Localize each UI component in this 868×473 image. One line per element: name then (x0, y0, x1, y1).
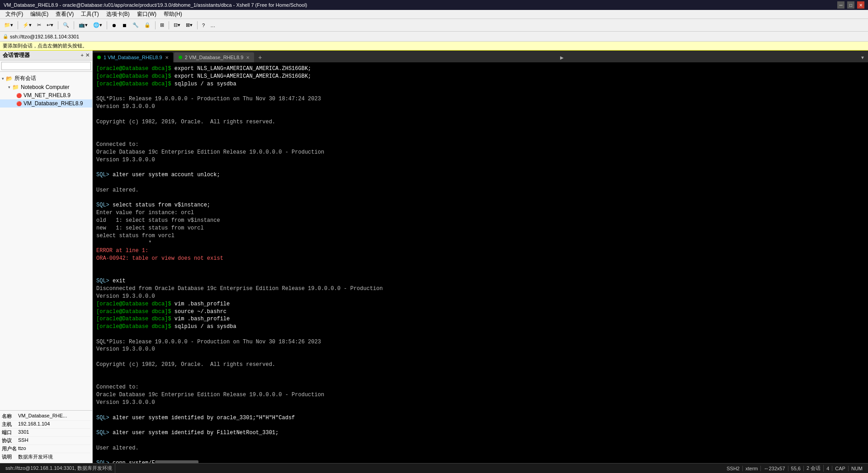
menu-file[interactable]: 文件(F) (2, 9, 27, 19)
close-button[interactable]: ✕ (857, 1, 864, 9)
info-row-name: 名称 VM_Database_RHE... (2, 412, 90, 421)
tab-close-1[interactable]: ✕ (165, 55, 169, 60)
status-term-text: xterm (745, 466, 758, 471)
toolbar-layout2-btn[interactable]: ⊠▾ (184, 21, 195, 29)
sidebar-header-controls: + ✕ (81, 52, 90, 58)
term-line-35: SQL> alter user system identified by Fil… (96, 429, 864, 437)
status-size-text: 232x57 (769, 466, 785, 471)
term-line-22: Disconnected from Oracle Database 19c En… (96, 285, 864, 293)
toolbar-extra-btn[interactable]: … (208, 21, 217, 29)
status-bar: ssh://ttzo@192.168.1.104:3301, 数据库开发环境 S… (0, 463, 868, 473)
term-line-25: [oracle@Database dbca]$ source ~/.bashrc (96, 308, 864, 316)
address-bar: 🔒 (0, 32, 868, 42)
toolbar-expand-btn[interactable]: ⊞ (158, 21, 166, 29)
toolbar-session-btn[interactable]: 📺▾ (76, 21, 90, 29)
tab-scroll-down[interactable]: ▼ (859, 52, 866, 62)
toolbar-help-btn[interactable]: ? (200, 21, 207, 29)
status-connection-text: ssh://ttzo@192.168.1.104:3301, 数据库开发环境 (5, 465, 112, 472)
term-line-21: SQL> exit (96, 277, 864, 285)
term-line-blank12 (96, 376, 864, 384)
term-line-blank2 (96, 126, 864, 133)
status-right-items: SSH2 xterm ↔ 232x57 55,6 2 会话 4 CAP NUM (724, 465, 865, 472)
tab-scroll-right[interactable]: ▶ (558, 52, 566, 62)
toolbar-connect-btn[interactable]: ⚡▾ (20, 21, 34, 29)
term-line-blank9 (96, 331, 864, 338)
term-line-10: Version 19.3.0.0.0 (96, 156, 864, 164)
toolbar-disconnect-btn[interactable]: ✂ (35, 21, 43, 29)
terminal-content[interactable]: [oracle@Database dbca]$ export NLS_LANG=… (93, 62, 868, 463)
server-icon-1: 🔴 (16, 93, 22, 98)
term-line-4 (96, 88, 864, 95)
sidebar-add-btn[interactable]: + (81, 52, 84, 58)
toolbar-record-btn[interactable]: ⏺ (109, 21, 119, 29)
term-line-37: SQL> conn system/F██████████████ (96, 459, 864, 463)
sidebar-item-vm-net[interactable]: 🔴 VM_NET_RHEL8.9 (0, 91, 92, 99)
toolbar-stop-btn[interactable]: ⏹ (120, 21, 129, 29)
tab-icon-1 (97, 56, 101, 59)
sidebar-item-label-2: VM_Database_RHEL8.9 (24, 100, 83, 107)
toolbar-settings-btn[interactable]: 🔧 (130, 21, 141, 29)
toolbar-globe-btn[interactable]: 🌐▾ (91, 21, 104, 29)
term-line-36: User altered. (96, 445, 864, 452)
maximize-button[interactable]: □ (847, 1, 854, 9)
term-line-17: select status from vorcl (96, 232, 864, 240)
tab-add-button[interactable]: + (255, 52, 265, 62)
menu-tabs[interactable]: 选项卡(B) (103, 9, 133, 19)
status-dir: 4 (824, 466, 832, 471)
status-num-text: NUM (851, 466, 863, 471)
term-line-34: SQL> alter user system identified by ora… (96, 414, 864, 422)
term-line-blank14 (96, 421, 864, 429)
sidebar-group-label: Notebook Computer (21, 84, 69, 90)
tab-bar: 1 VM_Database_RHEL8.9 ✕ 2 VM_Database_RH… (93, 51, 868, 62)
term-line-blank8 (96, 270, 864, 278)
toolbar-layout-btn[interactable]: ⊟▾ (171, 21, 183, 29)
toolbar-search-btn[interactable]: 🔍 (61, 21, 71, 29)
sidebar-close-btn[interactable]: ✕ (85, 52, 90, 58)
info-value-protocol: SSH (18, 437, 90, 444)
toolbar-lock-btn[interactable]: 🔒 (142, 21, 153, 29)
sidebar-tree-root[interactable]: ▾ 📂 所有会话 (0, 74, 92, 83)
sidebar-item-vm-db[interactable]: 🔴 VM_Database_RHEL8.9 (0, 99, 92, 108)
sidebar-root-label: 所有会话 (14, 75, 36, 82)
tab-1[interactable]: 1 VM_Database_RHEL8.9 ✕ (93, 52, 173, 62)
tab-2[interactable]: 2 VM_Database_RHEL8.9 ✕ (174, 52, 255, 62)
toolbar-reconnect-btn[interactable]: ↩▾ (44, 21, 56, 29)
menu-window[interactable]: 窗口(W) (133, 9, 160, 19)
term-line-9: Oracle Database 19c Enterprise Edition R… (96, 149, 864, 156)
info-row-port: 端口 3301 (2, 429, 90, 437)
toolbar-new-btn[interactable]: 📁▾ (2, 21, 15, 29)
menu-edit[interactable]: 编辑(E) (27, 9, 52, 19)
status-sessions: 2 会话 (804, 465, 824, 472)
menu-tools[interactable]: 工具(T) (77, 9, 102, 19)
sidebar-group-notebook[interactable]: ▾ 📁 Notebook Computer (0, 83, 92, 91)
menu-view[interactable]: 查看(V) (52, 9, 77, 19)
term-line-12: User altered. (96, 187, 864, 194)
window-controls: ─ □ ✕ (837, 1, 864, 9)
term-line-5: SQL*Plus: Release 19.0.0.0.0 - Productio… (96, 95, 864, 103)
minimize-button[interactable]: ─ (837, 1, 844, 9)
tab-close-2[interactable]: ✕ (246, 55, 250, 60)
term-line-7: Copyright (c) 1982, 2019, Oracle. All ri… (96, 118, 864, 126)
address-input[interactable] (10, 34, 865, 39)
term-line-23: Version 19.3.0.0.0 (96, 293, 864, 300)
sidebar-search-input[interactable] (1, 62, 91, 70)
terminal-area: 1 VM_Database_RHEL8.9 ✕ 2 VM_Database_RH… (93, 51, 868, 463)
server-icon-2: 🔴 (16, 101, 22, 106)
term-line-11: SQL> alter user system account unlock; (96, 171, 864, 179)
sidebar-tree: ▾ 📂 所有会话 ▾ 📁 Notebook Computer 🔴 VM_NET_… (0, 72, 92, 410)
term-line-18: * (96, 239, 864, 247)
status-cap: CAP (832, 466, 849, 471)
menu-help[interactable]: 帮助(H) (160, 9, 186, 19)
status-num: NUM (849, 466, 865, 471)
info-value-port: 3301 (18, 429, 90, 436)
term-line-20: ORA-00942: table or view does not exist (96, 255, 864, 262)
menu-bar: 文件(F) 编辑(E) 查看(V) 工具(T) 选项卡(B) 窗口(W) 帮助(… (0, 10, 868, 19)
term-line-blank4 (96, 164, 864, 171)
expand-icon: ▾ (2, 76, 4, 81)
status-size: ↔ 232x57 (761, 466, 788, 471)
info-label-protocol: 协议 (2, 437, 18, 444)
info-value-user: ttzo (18, 445, 90, 452)
term-line-19: ERROR at line 1: (96, 247, 864, 255)
status-size-icon: ↔ (764, 466, 769, 471)
tab-label-2: 2 VM_Database_RHEL8.9 (185, 55, 244, 60)
